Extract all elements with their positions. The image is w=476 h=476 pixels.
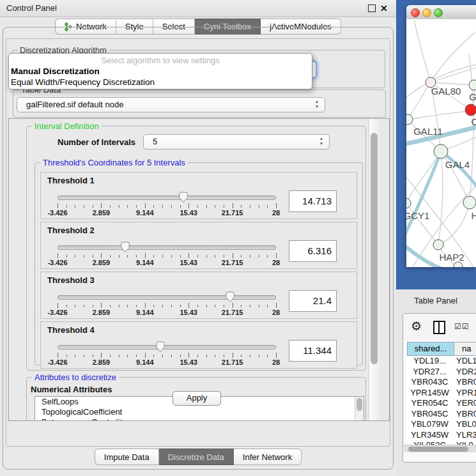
attribute-list-item[interactable]: TopologicalCoefficient [35, 407, 364, 417]
number-of-intervals-label: Number of Intervals [58, 137, 135, 147]
settings-scrollbar[interactable] [369, 119, 380, 420]
network-node-label: GAL11 [413, 126, 443, 137]
algorithm-dropdown-popup: Select algorithm to view settings Manual… [8, 53, 312, 89]
minimize-traffic-light-icon[interactable] [422, 8, 431, 17]
numerical-attributes-label: Numerical Attributes [31, 385, 112, 394]
table-scrollbar-thumb[interactable] [408, 447, 468, 452]
table-row[interactable]: YPR145WYPR1 [407, 388, 476, 399]
threshold-slider[interactable]: -3.4262.8599.14415.4321.71528 [58, 291, 276, 317]
thresholds-group-label: Threshold's Coordinates for 5 Intervals [40, 158, 188, 167]
apply-button[interactable]: Apply [173, 391, 221, 406]
number-of-intervals-spinner[interactable]: 5 ▲▼ [143, 134, 330, 150]
threshold-panel: Threshold 1-3.4262.8599.14415.4321.71528… [40, 172, 357, 219]
slider-ticks [58, 353, 276, 358]
column-header-name[interactable]: na [454, 342, 476, 356]
table-row[interactable]: YER054CYER0 [407, 398, 476, 409]
threshold-slider[interactable]: -3.4262.8599.14415.4321.71528 [58, 242, 276, 267]
thresholds-group: Threshold's Coordinates for 5 Intervals … [35, 162, 363, 365]
table-horizontal-scrollbar[interactable] [404, 445, 476, 452]
columns-icon[interactable] [433, 321, 445, 334]
gear-icon[interactable]: ⚙ [411, 319, 422, 334]
network-node[interactable] [469, 80, 476, 90]
cell-name: YPR1 [452, 388, 476, 399]
tab-label: Impute Data [104, 452, 150, 462]
network-node[interactable] [406, 198, 411, 208]
interval-definition-group: Interval Definition Number of Intervals … [26, 126, 366, 371]
network-node[interactable] [454, 262, 463, 267]
network-node-label: HAP2 [439, 252, 464, 263]
network-node[interactable] [406, 114, 413, 125]
tab-infer-network[interactable]: Infer Network [234, 449, 302, 465]
network-node[interactable] [433, 240, 443, 250]
cell-name: YBL0 [452, 419, 476, 430]
close-traffic-light-icon[interactable] [411, 8, 420, 17]
spinner-arrows-icon: ▲▼ [318, 136, 325, 146]
table-panel-title: Table Panel [414, 296, 457, 305]
table-row[interactable]: YBR043CYBR0 [407, 377, 476, 388]
cell-shared-name: YLR345W [407, 430, 452, 441]
dropdown-option-manual[interactable]: Manual Discretization [11, 66, 100, 76]
threshold-slider[interactable]: -3.4262.8599.14415.4321.71528 [58, 192, 276, 217]
attributes-group-label: Attributes to discretize [32, 372, 119, 382]
attribute-list-item[interactable]: BetweennessCentrality [35, 417, 364, 421]
slider-thumb[interactable] [155, 341, 165, 353]
threshold-slider[interactable]: -3.4262.8599.14415.4321.71528 [58, 341, 276, 367]
bottom-tab-bar: Impute Data Discretize Data Infer Networ… [0, 449, 396, 465]
threshold-label: Threshold 2 [47, 226, 95, 235]
threshold-panel: Threshold 3-3.4262.8599.14415.4321.71528… [40, 272, 357, 319]
slider-thumb[interactable] [225, 291, 235, 303]
slider-track[interactable] [58, 345, 276, 349]
table-toolbar: ⚙ ☑☑ [403, 314, 476, 341]
slider-track[interactable] [58, 295, 276, 300]
threshold-value-field[interactable]: 11.344 [289, 340, 337, 362]
close-icon[interactable]: ✕ [380, 3, 388, 14]
attributes-list-scrollbar[interactable] [355, 397, 364, 421]
tab-label: Discretize Data [168, 452, 224, 462]
column-header-shared-name[interactable]: shared... [407, 342, 454, 356]
slider-thumb[interactable] [120, 242, 130, 253]
control-panel: Control Panel ✕ Network Style Select C [0, 0, 396, 476]
cell-shared-name: YBL079W [407, 419, 452, 430]
number-of-intervals-value: 5 [153, 135, 157, 149]
network-node-label: G [469, 91, 476, 102]
cell-shared-name: YDR27... [407, 367, 452, 378]
cell-shared-name: YBR045C [407, 409, 452, 420]
network-node-label: C [472, 116, 476, 127]
network-node[interactable] [465, 104, 476, 116]
network-canvas[interactable]: GAL80GCGAL11GAL4GCY1HHAP2 [406, 19, 476, 267]
threshold-panel: Threshold 4-3.4262.8599.14415.4321.71528… [40, 321, 357, 369]
control-panel-titlebar: Control Panel ✕ [0, 0, 396, 17]
checkbox-icons[interactable]: ☑☑ [454, 322, 470, 331]
interval-definition-label: Interval Definition [32, 121, 101, 131]
dropdown-option-equal-width[interactable]: Equal Width/Frequency Discretization [11, 77, 155, 87]
network-window-titlebar[interactable] [406, 5, 476, 20]
table-row[interactable]: YBL079WYBL0 [407, 419, 476, 430]
threshold-value-field[interactable]: 21.4 [289, 290, 337, 312]
zoom-traffic-light-icon[interactable] [434, 8, 443, 17]
slider-track[interactable] [58, 245, 276, 250]
tab-impute-data[interactable]: Impute Data [95, 449, 159, 465]
settings-scrollbar-thumb[interactable] [371, 133, 378, 364]
table-data-combobox[interactable]: galFiltered.sif default node ▲▼ [17, 97, 325, 112]
network-window: GAL80GCGAL11GAL4GCY1HHAP2 [406, 5, 476, 267]
cell-shared-name: YBR043C [407, 377, 452, 388]
table-row[interactable]: YBR045CYBR0 [407, 409, 476, 420]
tab-discretize-data[interactable]: Discretize Data [159, 449, 234, 465]
table-row[interactable]: YDR27...YDR2 [407, 367, 476, 378]
threshold-value-field[interactable]: 6.316 [289, 240, 337, 262]
threshold-value-field[interactable]: 14.713 [289, 190, 337, 212]
table-row[interactable]: YLR345WYLR3 [407, 430, 476, 441]
slider-ticks [58, 203, 276, 208]
slider-thumb[interactable] [178, 192, 188, 203]
cell-shared-name: YDL19... [407, 356, 452, 367]
slider-track[interactable] [58, 196, 276, 200]
cell-shared-name: YPR145W [407, 388, 452, 399]
table-row[interactable]: YDL19...YDL1 [407, 356, 476, 367]
slider-ticks [58, 253, 276, 258]
cell-name: YBR0 [452, 377, 476, 388]
settings-scroll-viewport: Interval Definition Number of Intervals … [8, 118, 390, 421]
network-node[interactable] [434, 144, 448, 158]
float-window-icon[interactable] [368, 4, 376, 12]
network-node[interactable] [463, 196, 476, 209]
node-table[interactable]: shared... na YDL19...YDL1YDR27...YDR2YBR… [407, 342, 476, 451]
